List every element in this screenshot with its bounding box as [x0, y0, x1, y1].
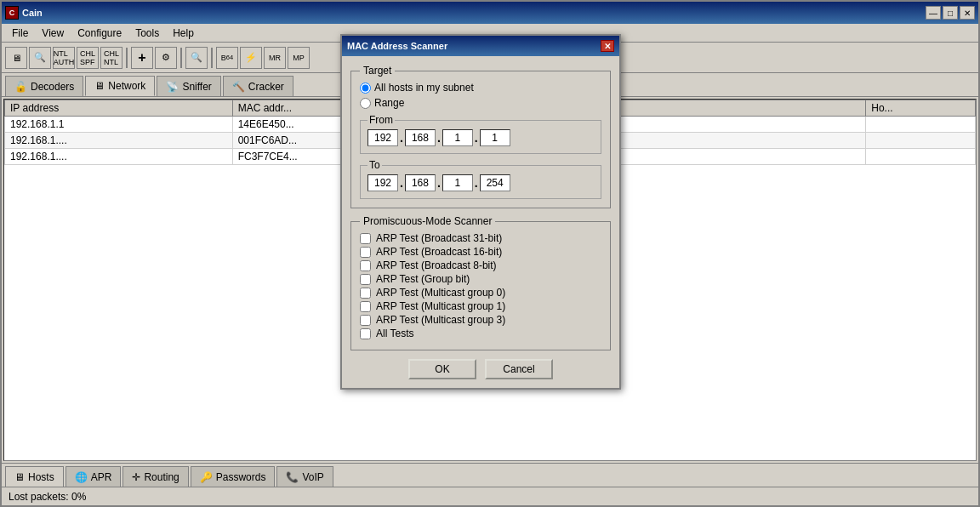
checkbox-arp-broadcast-8[interactable]: [360, 260, 371, 271]
dot-4: .: [400, 176, 403, 190]
radio-all-hosts-row: All hosts in my subnet: [360, 82, 601, 94]
ok-button[interactable]: OK: [408, 359, 476, 379]
checkbox-label-4[interactable]: ARP Test (Multicast group 0): [376, 287, 505, 299]
dialog-close-button[interactable]: ✕: [601, 40, 614, 52]
from-ip-d[interactable]: [480, 129, 510, 146]
from-ip-a[interactable]: [368, 129, 398, 146]
to-group-label: To: [368, 159, 382, 171]
to-ip-row: . . .: [368, 174, 594, 191]
dialog-buttons: OK Cancel: [350, 359, 611, 379]
radio-all-hosts-label[interactable]: All hosts in my subnet: [374, 82, 474, 94]
from-ip-row: . . .: [368, 129, 594, 146]
mac-address-scanner-dialog: MAC Address Scanner ✕ Target All hosts i…: [340, 34, 621, 390]
checkbox-row-0: ARP Test (Broadcast 31-bit): [360, 232, 601, 244]
checkbox-row-2: ARP Test (Broadcast 8-bit): [360, 259, 601, 271]
checkbox-label-1[interactable]: ARP Test (Broadcast 16-bit): [376, 246, 502, 258]
dot-1: .: [400, 131, 403, 145]
checkbox-arp-group-bit[interactable]: [360, 274, 371, 285]
checkbox-row-4: ARP Test (Multicast group 0): [360, 287, 601, 299]
to-ip-a[interactable]: [368, 174, 398, 191]
checkbox-label-3[interactable]: ARP Test (Group bit): [376, 273, 470, 285]
radio-all-hosts[interactable]: [360, 83, 371, 94]
dot-2: .: [437, 131, 441, 145]
checkbox-label-5[interactable]: ARP Test (Multicast group 1): [376, 300, 505, 312]
to-group: To . . .: [360, 159, 601, 199]
checkbox-arp-multicast-1[interactable]: [360, 301, 371, 312]
checkbox-label-7[interactable]: All Tests: [376, 328, 413, 339]
checkbox-arp-multicast-0[interactable]: [360, 288, 371, 299]
from-ip-b[interactable]: [405, 129, 436, 146]
dialog-title-bar: MAC Address Scanner ✕: [342, 36, 619, 56]
checkbox-row-7: All Tests: [360, 328, 601, 339]
radio-range-label[interactable]: Range: [374, 97, 404, 109]
from-group-label: From: [368, 114, 395, 126]
checkbox-label-2[interactable]: ARP Test (Broadcast 8-bit): [376, 259, 497, 271]
checkbox-arp-broadcast-16[interactable]: [360, 247, 371, 258]
to-ip-c[interactable]: [442, 174, 473, 191]
checkbox-label-6[interactable]: ARP Test (Multicast group 3): [376, 314, 505, 326]
radio-range[interactable]: [360, 98, 371, 109]
promiscuous-group-label: Promiscuous-Mode Scanner: [360, 215, 495, 227]
checkbox-label-0[interactable]: ARP Test (Broadcast 31-bit): [376, 232, 502, 244]
dialog-body: Target All hosts in my subnet Range From…: [342, 56, 619, 388]
to-ip-d[interactable]: [480, 174, 510, 191]
checkbox-row-5: ARP Test (Multicast group 1): [360, 300, 601, 312]
dot-6: .: [475, 176, 478, 190]
checkbox-row-1: ARP Test (Broadcast 16-bit): [360, 246, 601, 258]
from-ip-c[interactable]: [442, 129, 473, 146]
target-group: Target All hosts in my subnet Range From…: [350, 65, 611, 208]
checkbox-all-tests[interactable]: [360, 328, 371, 339]
checkbox-row-3: ARP Test (Group bit): [360, 273, 601, 285]
modal-overlay: MAC Address Scanner ✕ Target All hosts i…: [0, 0, 980, 507]
checkbox-arp-multicast-3[interactable]: [360, 315, 371, 326]
checkbox-arp-broadcast-31[interactable]: [360, 233, 371, 244]
target-group-label: Target: [360, 65, 395, 77]
dot-5: .: [437, 176, 441, 190]
promiscuous-group: Promiscuous-Mode Scanner ARP Test (Broad…: [350, 215, 611, 350]
dot-3: .: [475, 131, 478, 145]
radio-range-row: Range: [360, 97, 601, 109]
to-ip-b[interactable]: [405, 174, 436, 191]
checkbox-row-6: ARP Test (Multicast group 3): [360, 314, 601, 326]
from-group: From . . .: [360, 114, 601, 154]
cancel-button[interactable]: Cancel: [485, 359, 553, 379]
dialog-title: MAC Address Scanner: [347, 41, 601, 51]
